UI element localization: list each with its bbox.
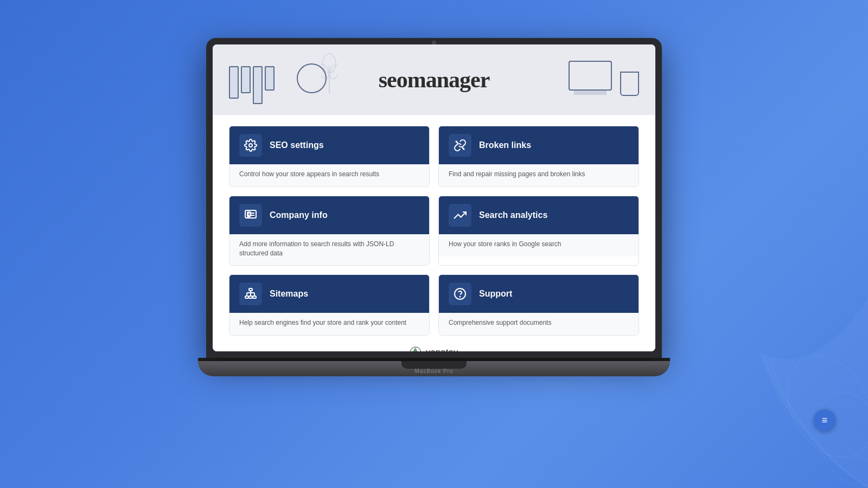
laptop-container: seomanager [198, 38, 670, 450]
svg-rect-15 [247, 212, 251, 216]
svg-line-7 [456, 141, 458, 143]
svg-rect-16 [249, 288, 252, 291]
card-seo-settings-desc: Control how your store appears in search… [239, 170, 419, 179]
card-broken-links-icon [449, 134, 471, 157]
card-company-info-title: Company info [270, 210, 328, 220]
svg-rect-17 [245, 296, 248, 298]
card-company-info-body: Add more information to search results w… [229, 234, 429, 266]
sketch-plant [321, 50, 337, 93]
card-sitemaps-icon [239, 282, 262, 305]
card-search-analytics-icon [449, 204, 471, 227]
card-seo-settings-body: Control how your store appears in search… [229, 164, 429, 187]
card-company-info-icon [239, 204, 262, 227]
card-broken-links-title: Broken links [479, 140, 531, 150]
card-support-title: Support [479, 289, 512, 299]
svg-point-6 [249, 144, 252, 147]
card-search-analytics-body: How your store ranks in Google search [439, 234, 639, 256]
app-logo: seomanager [379, 67, 490, 93]
card-seo-settings-header: SEO settings [229, 126, 429, 164]
laptop-screen-bezel: seomanager [206, 38, 662, 358]
card-seo-settings[interactable]: SEO settings Control how your store appe… [229, 126, 430, 187]
card-search-analytics-title: Search analytics [479, 210, 547, 220]
card-company-info-desc: Add more information to search results w… [239, 240, 419, 258]
card-search-analytics-desc: How your store ranks in Google search [449, 240, 629, 249]
card-support-body: Comprehensive support documents [439, 313, 639, 335]
card-broken-links-desc: Find and repair missing pages and broken… [449, 170, 629, 179]
laptop-screen: seomanager [213, 44, 655, 351]
floating-action-button[interactable]: ≡ [814, 409, 835, 431]
card-broken-links-header: Broken links [439, 126, 639, 164]
card-sitemaps-desc: Help search engines find your store and … [239, 318, 419, 328]
card-sitemaps[interactable]: Sitemaps Help search engines find your s… [229, 274, 430, 336]
card-sitemaps-body: Help search engines find your store and … [229, 313, 429, 335]
cards-grid: SEO settings Control how your store appe… [229, 126, 639, 336]
venntov-logo: venntov [229, 346, 639, 351]
card-support-header: Support [439, 275, 639, 313]
card-company-info-header: Company info [229, 196, 429, 234]
card-support-desc: Comprehensive support documents [449, 318, 629, 328]
floating-btn-icon: ≡ [822, 415, 828, 426]
app-main-content: SEO settings Control how your store appe… [213, 115, 655, 351]
svg-line-8 [462, 147, 464, 150]
card-broken-links[interactable]: Broken links Find and repair missing pag… [438, 126, 639, 187]
card-support-icon [449, 282, 471, 305]
bg-leaf-decoration [678, 298, 868, 488]
svg-rect-19 [253, 296, 256, 298]
card-support[interactable]: Support Comprehensive support documents [438, 274, 639, 336]
laptop-notch [401, 361, 467, 369]
card-search-analytics-header: Search analytics [439, 196, 639, 234]
laptop-base: MacBook Pro [198, 361, 670, 376]
sketch-monitor [569, 61, 612, 91]
sketch-cup [620, 72, 639, 96]
venntov-logo-icon [410, 346, 422, 351]
card-sitemaps-title: Sitemaps [270, 289, 308, 299]
card-search-analytics[interactable]: Search analytics How your store ranks in… [438, 196, 639, 266]
logo-text-normal: seo [379, 67, 407, 92]
card-broken-links-body: Find and repair missing pages and broken… [439, 164, 639, 187]
app-header: seomanager [213, 44, 655, 115]
sketch-books [229, 66, 275, 104]
card-sitemaps-header: Sitemaps [229, 275, 429, 313]
card-seo-settings-title: SEO settings [270, 140, 324, 150]
svg-rect-18 [249, 296, 252, 298]
logo-text-bold: manager [407, 67, 490, 92]
card-seo-settings-icon [239, 134, 262, 157]
laptop-model-text: MacBook Pro [414, 368, 453, 374]
venntov-text: venntov [426, 348, 458, 351]
card-company-info[interactable]: Company info Add more information to sea… [229, 196, 430, 266]
venntov-leaf-icon [410, 346, 422, 351]
